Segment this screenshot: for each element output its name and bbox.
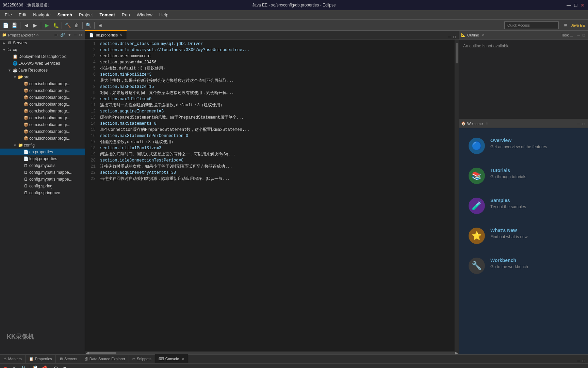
tree-item-java-resources[interactable]: ▼ ☕ Java Resources (0, 67, 85, 74)
console-stop-btn[interactable]: ■ (1, 364, 10, 368)
maximize-button[interactable]: □ (573, 2, 578, 8)
tree-item-deploy[interactable]: 📋 Deployment Descriptor: xq (0, 53, 85, 60)
tree-item-mybatis[interactable]: 🗒config.mybatis (0, 162, 85, 169)
tree-item-springmvc[interactable]: 🗒config.springmvc (0, 189, 85, 196)
tab-properties[interactable]: 📋 Properties (26, 354, 56, 363)
minimize-button[interactable]: — (566, 2, 572, 8)
tree-item-servers[interactable]: ▶ 🖥 Servers (0, 40, 85, 46)
console-close-icon[interactable]: ✕ (182, 357, 184, 361)
clean-button[interactable]: 🗑 (72, 21, 81, 29)
search-btn[interactable]: 🔍 (84, 21, 93, 29)
snippets-icon: ✂ (132, 357, 135, 361)
console-min-btn[interactable]: ─ (576, 358, 581, 363)
quick-access-label: Quick Access (507, 23, 530, 27)
close-button[interactable]: ✕ (580, 2, 585, 8)
code-lines[interactable]: section.driver_class=com.mysql.jdbc.Driv… (97, 40, 459, 351)
outline-max-btn[interactable]: □ (582, 33, 586, 37)
tree-pkg-1[interactable]: 📦com.ischoolbar.progr... (0, 80, 85, 87)
console-max-btn[interactable]: □ (582, 358, 586, 363)
console-copy-btn[interactable]: 📋 (31, 364, 39, 368)
welcome-item-overview[interactable]: 🔵 Overview Get an overview of the featur… (466, 135, 581, 157)
welcome-max-btn[interactable]: □ (582, 121, 586, 126)
link-editor-btn[interactable]: 🔗 (59, 32, 66, 37)
tree-item-mybatis-mapper2[interactable]: 🗒config.mybatis.mappe... (0, 176, 85, 183)
editor-max-btn[interactable]: □ (452, 34, 457, 39)
outline-tab-area: Task ... ─ □ (558, 32, 586, 38)
editor-tab-db-properties[interactable]: 📄 db.properties ✕ (85, 30, 127, 39)
console-clear-btn[interactable]: ✕ (10, 364, 18, 368)
editor-hscrollbar[interactable]: ◀ ▶ (85, 351, 459, 354)
tree-pkg-4[interactable]: 📦com.ischoolbar.progr... (0, 101, 85, 108)
tree-pkg-6[interactable]: 📦com.ischoolbar.progr... (0, 114, 85, 121)
tree-item-jaxws[interactable]: 🌐 JAX-WS Web Services (0, 60, 85, 67)
menu-tomcat[interactable]: Tomcat (96, 11, 118, 19)
console-scroll-lock-btn[interactable]: 🔒 (19, 364, 27, 368)
tree-item-xq[interactable]: ▼ 🗂 xq (0, 46, 85, 53)
panel-max-btn[interactable]: □ (78, 32, 83, 37)
tab-servers[interactable]: 🖥 Servers (56, 354, 81, 363)
menu-window[interactable]: Window (133, 11, 156, 19)
welcome-item-workbench[interactable]: 🔧 Workbench Go to the workbench (466, 255, 581, 277)
tree-item-log4j[interactable]: 📄log4j.properties (0, 155, 85, 162)
quick-access-input[interactable]: Quick Access (504, 21, 559, 29)
save-button[interactable]: 💾 (10, 21, 18, 29)
tree-item-src[interactable]: ▼ 📂 src (0, 74, 85, 80)
scrollbar-thumb[interactable] (456, 43, 458, 63)
tree-item-db-properties[interactable]: 📄 db.properties (0, 149, 85, 155)
menu-run[interactable]: Run (118, 11, 133, 19)
tab-snippets[interactable]: ✂ Snippets (129, 354, 155, 363)
menu-help[interactable]: Help (156, 11, 172, 19)
tab-datasource[interactable]: 🗄 Data Source Explorer (81, 354, 129, 363)
panel-min-btn[interactable]: ─ (73, 32, 78, 37)
panel-menu-btn[interactable]: ▼ (67, 32, 72, 37)
run-button[interactable]: ▶ (43, 21, 51, 29)
welcome-item-tutorials[interactable]: 📚 Tutorials Go through tutorials (466, 165, 581, 187)
outline-min-btn[interactable]: ─ (576, 33, 581, 37)
forward-button[interactable]: ▶ (31, 21, 39, 29)
welcome-close-icon[interactable]: ✕ (486, 122, 488, 125)
tree-pkg-7[interactable]: 📦com.ischoolbar.progr... (0, 121, 85, 128)
project-icon: 🗂 (7, 47, 12, 52)
menu-navigate[interactable]: Navigate (30, 11, 54, 19)
tree-pkg-9[interactable]: 📦com.ischoolbar.progr... (0, 135, 85, 142)
project-explorer-close-icon[interactable]: ✕ (36, 33, 39, 37)
new-button[interactable]: 📄 (1, 21, 10, 29)
menu-search[interactable]: Search (54, 11, 76, 19)
editor-min-btn[interactable]: ─ (447, 34, 452, 39)
debug-button[interactable]: 🐛 (52, 21, 60, 29)
console-menu-btn[interactable]: ▼ (61, 364, 69, 368)
tree-pkg-2[interactable]: 📦com.ischoolbar.progr... (0, 87, 85, 94)
open-perspective[interactable]: ⊞ (96, 21, 104, 29)
tree-item-spring[interactable]: 🗒config.spring (0, 183, 85, 189)
tree-item-mybatis-mapper1[interactable]: 🗒config.mybatis.mappe... (0, 169, 85, 176)
tree-pkg-8[interactable]: 📦com.ischoolbar.progr... (0, 128, 85, 135)
menu-project[interactable]: Project (76, 11, 96, 19)
tree-item-config[interactable]: ▼ 📁 config (0, 142, 85, 149)
console-paste-btn[interactable]: 📌 (40, 364, 48, 368)
perspective-java-ee[interactable]: Java EE (569, 21, 587, 29)
scroll-right-btn[interactable]: ▶ (455, 351, 458, 355)
outline-close-icon[interactable]: ✕ (482, 33, 485, 37)
scroll-left-btn[interactable]: ◀ (86, 351, 89, 355)
menu-file[interactable]: File (1, 11, 15, 19)
menu-edit[interactable]: Edit (15, 11, 30, 19)
scrollbar-track[interactable] (89, 352, 455, 354)
tree-pkg-3[interactable]: 📦com.ischoolbar.progr... (0, 94, 85, 101)
tab-close-btn[interactable]: ✕ (120, 33, 122, 37)
perspective-btn-1[interactable]: ⊞ (562, 21, 569, 29)
tab-markers[interactable]: ⚠ Markers (0, 354, 26, 363)
scroll-thumb[interactable] (89, 352, 116, 354)
task-tab[interactable]: Task ... (558, 32, 576, 38)
welcome-min-btn[interactable]: ─ (576, 121, 581, 126)
tab-console[interactable]: ⌨ Console ✕ (155, 354, 188, 363)
welcome-item-what's-new[interactable]: ⭐ What's New Find out what is new (466, 225, 581, 247)
console-settings-btn[interactable]: ⚙ (52, 364, 60, 368)
welcome-item-samples[interactable]: 🧪 Samples Try out the samples (466, 195, 581, 217)
collapse-all-btn[interactable]: ⊟ (53, 32, 59, 37)
editor-area[interactable]: 1234567891011121314151617181920212223 se… (85, 40, 459, 354)
back-button[interactable]: ◀ (22, 21, 30, 29)
editor-scrollbar[interactable] (455, 40, 459, 351)
snippets-label: Snippets (137, 357, 151, 361)
build-button[interactable]: 🔨 (64, 21, 72, 29)
tree-pkg-5[interactable]: 📦com.ischoolbar.progr... (0, 108, 85, 114)
